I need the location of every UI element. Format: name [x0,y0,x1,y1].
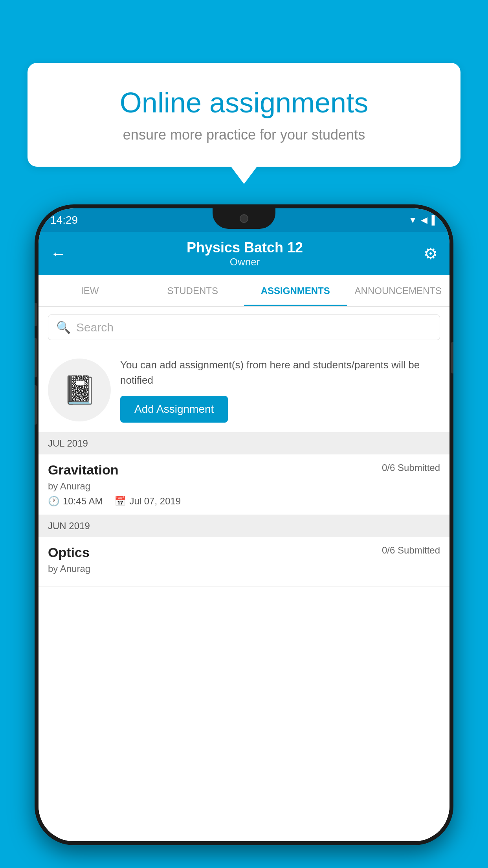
calendar-icon: 📅 [114,496,126,507]
assignment-title-gravitation: Gravitation [48,462,118,478]
assignment-optics[interactable]: Optics 0/6 Submitted by Anurag [39,537,449,587]
header-center: Physics Batch 12 Owner [187,239,303,268]
signal-icon: ◀ [421,215,427,225]
promo-subtitle: ensure more practice for your students [59,127,429,143]
gravitation-time: 🕐 10:45 AM [48,496,103,507]
optics-submitted: 0/6 Submitted [382,545,440,556]
optics-top: Optics 0/6 Submitted [48,545,440,560]
gravitation-meta: 🕐 10:45 AM 📅 Jul 07, 2019 [48,496,440,507]
volume-down-button [35,338,37,377]
promo-title: Online assignments [59,86,429,119]
optics-author: by Anurag [48,563,440,574]
add-assignment-promo: 📓 You can add assignment(s) from here an… [39,348,449,432]
assignment-icon-circle: 📓 [48,359,111,421]
phone-wrapper: 14:29 ▼ ◀ ▌ ← Physics Batch 12 Owner ⚙ [35,204,453,868]
search-placeholder: Search [76,321,114,334]
tab-overview[interactable]: IEW [39,275,141,306]
volume-up-button [35,303,37,326]
search-bar[interactable]: 🔍 Search [48,314,440,340]
search-icon: 🔍 [56,320,71,334]
front-camera [240,214,248,223]
battery-icon: ▌ [431,215,438,225]
wifi-icon: ▼ [409,215,417,225]
content-area: 🔍 Search 📓 You can add assignment(s) fro… [39,307,449,841]
notch [213,208,275,229]
assignment-title-optics: Optics [48,545,90,560]
clock-icon: 🕐 [48,496,60,507]
settings-button[interactable]: ⚙ [424,245,438,263]
phone-screen: 14:29 ▼ ◀ ▌ ← Physics Batch 12 Owner ⚙ [39,208,449,841]
batch-role: Owner [187,256,303,268]
assignment-gravitation[interactable]: Gravitation 0/6 Submitted by Anurag 🕐 10… [39,454,449,515]
phone-outer: 14:29 ▼ ◀ ▌ ← Physics Batch 12 Owner ⚙ [35,204,453,845]
gravitation-submitted: 0/6 Submitted [382,462,440,473]
tab-announcements[interactable]: ANNOUNCEMENTS [347,275,450,306]
status-icons: ▼ ◀ ▌ [409,215,438,225]
back-button[interactable]: ← [50,245,66,263]
add-assignment-button[interactable]: Add Assignment [120,396,228,423]
tab-students[interactable]: STUDENTS [141,275,244,306]
speech-bubble: Online assignments ensure more practice … [28,63,460,167]
gravitation-author: by Anurag [48,481,440,492]
batch-title: Physics Batch 12 [187,239,303,256]
promo-description: You can add assignment(s) from here and … [120,357,440,388]
power-button [451,342,453,373]
section-jul-2019: JUL 2019 [39,432,449,454]
promo-right: You can add assignment(s) from here and … [120,357,440,423]
notebook-icon: 📓 [62,374,97,406]
status-time: 14:29 [50,214,78,226]
tab-assignments[interactable]: ASSIGNMENTS [244,275,347,306]
tabs-bar: IEW STUDENTS ASSIGNMENTS ANNOUNCEMENTS [39,275,449,307]
promo-section: Online assignments ensure more practice … [28,63,460,167]
section-jun-2019: JUN 2019 [39,515,449,537]
assignment-top: Gravitation 0/6 Submitted [48,462,440,478]
search-container: 🔍 Search [39,307,449,348]
camera-button [35,385,37,425]
gravitation-date: 📅 Jul 07, 2019 [114,496,181,507]
app-header: ← Physics Batch 12 Owner ⚙ [39,232,449,275]
